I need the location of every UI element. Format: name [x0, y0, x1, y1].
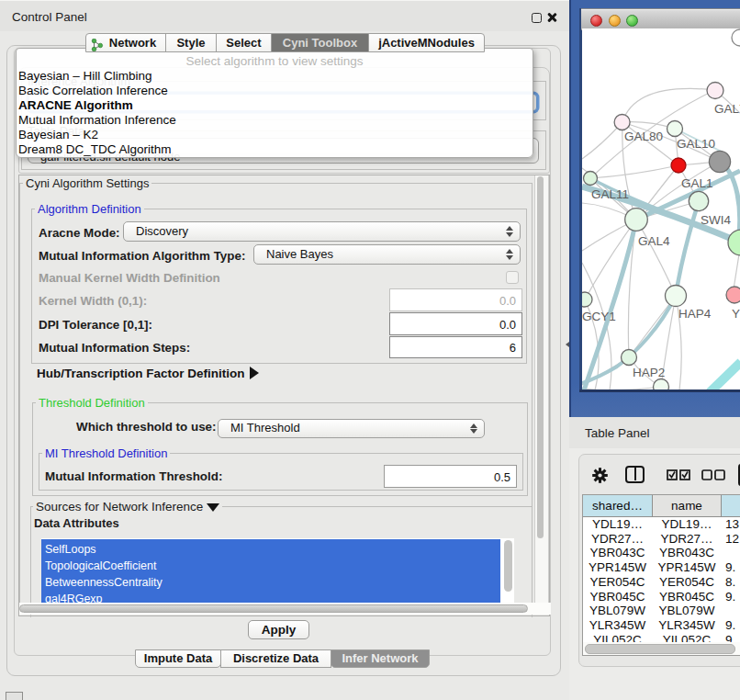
svg-text:GAL7: GAL7 [714, 102, 740, 116]
svg-text:SWI4: SWI4 [701, 213, 731, 227]
svg-text:Y: Y [732, 307, 740, 321]
svg-text:GCY1: GCY1 [582, 310, 616, 323]
svg-text:GAL10: GAL10 [677, 137, 715, 151]
svg-text:GAL1: GAL1 [681, 176, 713, 190]
svg-text:GAL4: GAL4 [638, 234, 670, 248]
svg-text:HAP2: HAP2 [633, 366, 665, 379]
svg-text:GAL80: GAL80 [624, 130, 663, 143]
svg-text:HAP4: HAP4 [678, 307, 712, 321]
svg-text:GAL11: GAL11 [591, 187, 629, 201]
